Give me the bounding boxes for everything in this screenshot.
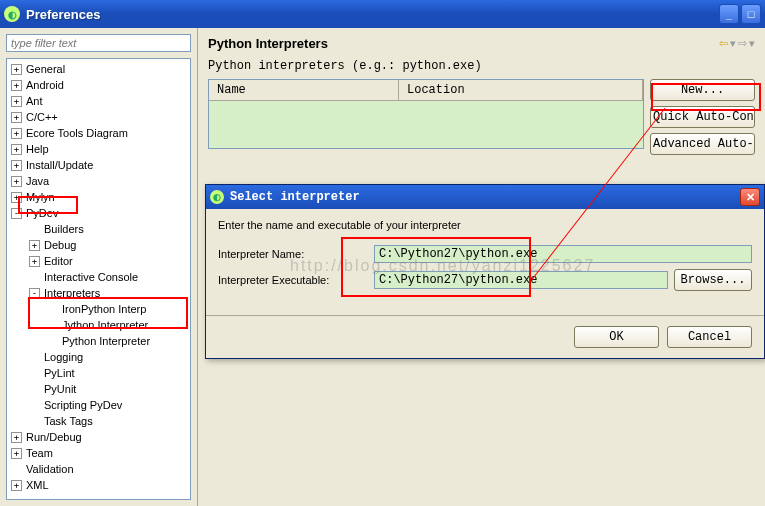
tree-item-label: Ecore Tools Diagram	[26, 127, 128, 139]
tree-item-label: PyLint	[44, 367, 75, 379]
dialog-title: Select interpreter	[230, 190, 360, 204]
expand-icon[interactable]: +	[11, 96, 22, 107]
collapse-icon[interactable]: -	[29, 288, 40, 299]
tree-item[interactable]: +Android	[7, 77, 190, 93]
tree-item[interactable]: +C/C++	[7, 109, 190, 125]
minimize-button[interactable]: _	[719, 4, 739, 24]
quick-auto-button[interactable]: Quick Auto-Confi	[650, 106, 755, 128]
tree-item[interactable]: Task Tags	[7, 413, 190, 429]
tree-item-label: Debug	[44, 239, 76, 251]
tree-item[interactable]: PyLint	[7, 365, 190, 381]
tree-item[interactable]: +Ant	[7, 93, 190, 109]
expand-icon[interactable]: +	[11, 448, 22, 459]
interpreter-exec-input[interactable]	[374, 271, 668, 289]
tree-item[interactable]: +Ecore Tools Diagram	[7, 125, 190, 141]
tree-item-label: Validation	[26, 463, 74, 475]
tree-item-label: Install/Update	[26, 159, 93, 171]
expand-icon[interactable]: +	[29, 256, 40, 267]
nav-arrows: ⇦▾ ⇨▾	[719, 37, 755, 50]
tree-item-label: Task Tags	[44, 415, 93, 427]
expand-icon[interactable]: +	[11, 192, 22, 203]
tree-item[interactable]: +Debug	[7, 237, 190, 253]
col-location[interactable]: Location	[399, 80, 643, 100]
window-title: Preferences	[26, 7, 100, 22]
interpreter-name-input[interactable]	[374, 245, 752, 263]
tree-item[interactable]: +Editor	[7, 253, 190, 269]
tree-item[interactable]: Scripting PyDev	[7, 397, 190, 413]
tree-item[interactable]: Validation	[7, 461, 190, 477]
filter-input[interactable]	[6, 34, 191, 52]
dialog-body: Enter the name and executable of your in…	[206, 209, 764, 307]
name-label: Interpreter Name:	[218, 248, 368, 260]
tree-item[interactable]: Logging	[7, 349, 190, 365]
cancel-button[interactable]: Cancel	[667, 326, 752, 348]
tree-item[interactable]: +Mylyn	[7, 189, 190, 205]
tree-item-label: Editor	[44, 255, 73, 267]
tree-item-label: Interpreters	[44, 287, 100, 299]
expand-icon[interactable]: +	[11, 160, 22, 171]
tree-item[interactable]: +Run/Debug	[7, 429, 190, 445]
expand-icon[interactable]: +	[11, 128, 22, 139]
dialog-instruction: Enter the name and executable of your in…	[218, 219, 752, 231]
interpreters-table[interactable]: Name Location	[208, 79, 644, 149]
new-button[interactable]: New...	[650, 79, 755, 101]
button-column: New... Quick Auto-Confi Advanced Auto-Co…	[650, 79, 755, 155]
tree-item[interactable]: +General	[7, 61, 190, 77]
tree-item[interactable]: +Team	[7, 445, 190, 461]
select-interpreter-dialog: ◐ Select interpreter ✕ Enter the name an…	[205, 184, 765, 359]
window-controls: _ □	[719, 4, 761, 24]
tree-item[interactable]: +Help	[7, 141, 190, 157]
tree-item[interactable]: -Interpreters	[7, 285, 190, 301]
forward-icon[interactable]: ⇨	[738, 37, 747, 50]
tree-item-label: XML	[26, 479, 49, 491]
tree-item[interactable]: Python Interpreter	[7, 333, 190, 349]
collapse-icon[interactable]: -	[11, 208, 22, 219]
tree-item[interactable]: Jython Interpreter	[7, 317, 190, 333]
close-icon[interactable]: ✕	[740, 188, 760, 206]
advanced-auto-button[interactable]: Advanced Auto-Con	[650, 133, 755, 155]
expand-icon[interactable]: +	[11, 480, 22, 491]
tree-item[interactable]: Builders	[7, 221, 190, 237]
tree-item[interactable]: +Java	[7, 173, 190, 189]
expand-icon[interactable]: +	[11, 432, 22, 443]
expand-icon[interactable]: +	[11, 64, 22, 75]
page-title: Python Interpreters	[208, 36, 328, 51]
name-row: Interpreter Name:	[218, 245, 752, 263]
table-header: Name Location	[209, 80, 643, 101]
tree-item-label: Python Interpreter	[62, 335, 150, 347]
tree-item-label: Mylyn	[26, 191, 55, 203]
tree-item[interactable]: +Install/Update	[7, 157, 190, 173]
expand-icon[interactable]: +	[11, 112, 22, 123]
back-dropdown-icon[interactable]: ▾	[730, 37, 736, 50]
expand-icon[interactable]: +	[11, 176, 22, 187]
dialog-icon: ◐	[210, 190, 224, 204]
tree-item-label: PyUnit	[44, 383, 76, 395]
dialog-buttons: OK Cancel	[206, 316, 764, 358]
exec-row: Interpreter Executable: Browse...	[218, 269, 752, 291]
col-name[interactable]: Name	[209, 80, 399, 100]
tree-item-label: Java	[26, 175, 49, 187]
back-icon[interactable]: ⇦	[719, 37, 728, 50]
forward-dropdown-icon[interactable]: ▾	[749, 37, 755, 50]
tree-item-label: C/C++	[26, 111, 58, 123]
maximize-button[interactable]: □	[741, 4, 761, 24]
tree-item-label: Logging	[44, 351, 83, 363]
tree-item[interactable]: Interactive Console	[7, 269, 190, 285]
expand-icon[interactable]: +	[29, 240, 40, 251]
tree-item[interactable]: PyUnit	[7, 381, 190, 397]
tree-item[interactable]: IronPython Interp	[7, 301, 190, 317]
expand-icon[interactable]: +	[11, 144, 22, 155]
tree-item-label: Android	[26, 79, 64, 91]
tree-item[interactable]: -PyDev	[7, 205, 190, 221]
preferences-sidebar: +General+Android+Ant+C/C+++Ecore Tools D…	[0, 28, 198, 506]
tree-item-label: Run/Debug	[26, 431, 82, 443]
preferences-tree[interactable]: +General+Android+Ant+C/C+++Ecore Tools D…	[6, 58, 191, 500]
exec-label: Interpreter Executable:	[218, 274, 368, 286]
tree-item-label: PyDev	[26, 207, 58, 219]
expand-icon[interactable]: +	[11, 80, 22, 91]
browse-button[interactable]: Browse...	[674, 269, 752, 291]
ok-button[interactable]: OK	[574, 326, 659, 348]
dialog-titlebar: ◐ Select interpreter ✕	[206, 185, 764, 209]
tree-item-label: Builders	[44, 223, 84, 235]
tree-item[interactable]: +XML	[7, 477, 190, 493]
